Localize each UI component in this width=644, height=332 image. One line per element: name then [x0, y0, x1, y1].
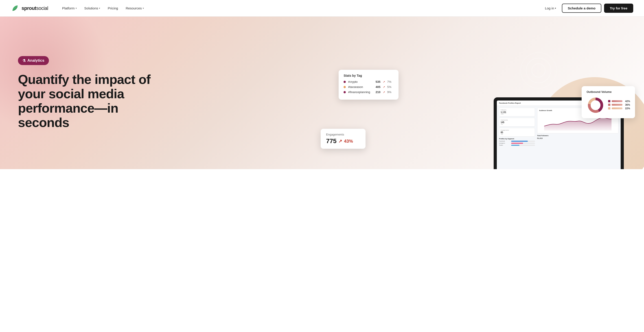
navbar: sproutsocial Platform ▾ Solutions ▾ Pric…	[0, 0, 644, 16]
nav-actions: Log in ▾ Schedule a demo Try for free	[542, 4, 633, 13]
card-stats-by-tag: Stats by Tag #crypto 535 ↗ 7% #taxseason…	[338, 70, 398, 100]
sbt-row-2: #taxseason 405 ↗ 5%	[344, 85, 393, 88]
engagements-value: 775	[326, 138, 336, 145]
sbt-dot-1	[344, 81, 346, 83]
legend-pct-1: 42%	[624, 100, 630, 102]
hero-left: ⚗ Analytics Quantify the impact of your …	[18, 56, 334, 130]
legend-pct-2: 36%	[624, 104, 630, 106]
logo[interactable]: sproutsocial	[11, 4, 48, 12]
sbt-arrow-2: ↗	[383, 86, 385, 88]
schedule-demo-button[interactable]: Schedule a demo	[562, 4, 601, 13]
legend-dot-1	[608, 100, 610, 102]
nav-solutions[interactable]: Solutions ▾	[81, 4, 104, 12]
legend-dot-3	[608, 107, 610, 110]
bar-row: Twitter	[499, 144, 535, 146]
total-followers-value: 51,013	[537, 137, 618, 139]
legend-dot-2	[608, 104, 610, 106]
analytics-badge: ⚗ Analytics	[18, 56, 49, 65]
card-outbound-volume: Outbound Volume	[582, 86, 635, 118]
nav-resources[interactable]: Resources ▾	[122, 4, 147, 12]
sbt-dot-2	[344, 86, 346, 88]
logo-text: sproutsocial	[22, 6, 48, 11]
hero-headline: Quantify the impact of your social media…	[18, 72, 157, 130]
bar-row: Instagram	[499, 142, 535, 144]
total-followers: Total Followers 51,013	[537, 135, 618, 139]
dashboard-left-col: Followers 1,131 +12% Impressions 145 +8%	[499, 108, 535, 146]
sbt-row-1: #crypto 535 ↗ 7%	[344, 80, 393, 84]
sbt-dot-3	[344, 91, 346, 93]
bar-row: Facebook	[499, 140, 535, 142]
chevron-down-icon: ▾	[99, 7, 100, 10]
stat-impressions: Impressions 145 +8%	[499, 118, 535, 126]
hero-section: ⚗ Analytics Quantify the impact of your …	[0, 16, 644, 169]
legend-row-3: 22%	[608, 107, 630, 110]
legend-bar-1	[612, 100, 622, 102]
nav-pricing[interactable]: Pricing	[104, 4, 121, 12]
chevron-down-icon: ▾	[143, 7, 144, 10]
login-button[interactable]: Log in ▾	[542, 4, 559, 12]
sbt-arrow-3: ↗	[383, 91, 385, 94]
chevron-down-icon: ▾	[555, 7, 556, 10]
stat-followers: Followers 1,131 +12%	[499, 108, 535, 116]
engagements-pct: 43%	[344, 139, 353, 144]
legend-row-1: 42%	[608, 100, 630, 102]
sbt-arrow-1: ↗	[383, 80, 385, 84]
legend-bar-2	[612, 104, 622, 106]
hero-right: Facebook Profiles Report Summary Posts A…	[334, 32, 626, 154]
donut-legend: 42% 36% 22%	[608, 100, 630, 110]
analytics-icon: ⚗	[22, 58, 26, 63]
dashboard-title: Facebook Profiles Report	[499, 102, 521, 104]
svg-point-1	[526, 58, 551, 83]
chevron-down-icon: ▾	[76, 7, 77, 10]
donut-svg	[586, 96, 604, 114]
nav-links: Platform ▾ Solutions ▾ Pricing Resources…	[59, 4, 542, 12]
legend-bar-3	[612, 108, 622, 109]
legend-pct-3: 22%	[624, 107, 630, 110]
sbt-row-3: #financeplanning 210 ↗ 9%	[344, 90, 393, 94]
svg-point-2	[520, 52, 556, 88]
legend-row-2: 36%	[608, 104, 630, 106]
card-engagements: Engagements 775 ↗ 43%	[321, 129, 366, 149]
donut-chart	[586, 96, 604, 114]
engagements-arrow: ↗	[338, 138, 342, 144]
donut-chart-wrap: 42% 36% 22%	[586, 96, 630, 114]
nav-platform[interactable]: Platform ▾	[59, 4, 80, 12]
try-for-free-button[interactable]: Try for free	[604, 4, 633, 13]
logo-leaf-icon	[11, 4, 19, 12]
profiles-by-segment: Profiles by Segment Facebook Instagram	[499, 138, 535, 146]
concentric-rings-decoration	[518, 50, 559, 91]
stat-engagements: Engagements 85 +5%	[499, 128, 535, 136]
svg-point-0	[532, 64, 545, 77]
